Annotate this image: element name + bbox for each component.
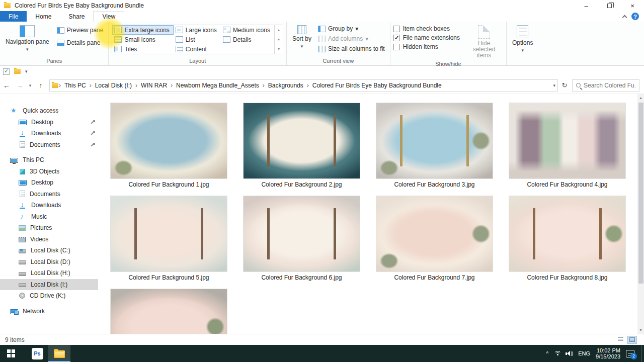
search-input[interactable] xyxy=(584,82,635,89)
sidebar-item[interactable]: Music xyxy=(0,211,98,223)
file-thumbnail xyxy=(110,289,227,334)
file-item[interactable]: Colored Fur Background 1.jpg xyxy=(110,103,227,189)
sidebar-item[interactable]: Documents xyxy=(0,139,98,151)
sidebar-item[interactable]: Local Disk (C:) xyxy=(0,245,98,256)
start-button[interactable] xyxy=(0,345,22,362)
details-view-toggle[interactable] xyxy=(616,336,625,344)
taskbar-explorer-button[interactable] xyxy=(48,345,70,362)
sidebar-item[interactable]: CD Drive (K:) xyxy=(0,290,98,302)
file-item[interactable]: Colored Fur Background 9.jpg xyxy=(110,289,227,334)
recent-locations-icon[interactable]: ▾ xyxy=(26,83,34,88)
sidebar-item[interactable]: 3D Objects xyxy=(0,166,98,177)
file-item[interactable]: Colored Fur Background 3.jpg xyxy=(376,103,493,189)
breadcrumb-item[interactable]: Newborn Mega Bundle_Assets xyxy=(173,82,262,89)
sidebar-item[interactable]: Documents xyxy=(0,189,98,200)
preview-pane-button[interactable]: Preview pane xyxy=(55,26,106,35)
item-check-boxes-option[interactable]: Item check boxes xyxy=(393,25,460,32)
breadcrumb-item[interactable]: This PC xyxy=(61,82,89,89)
group-by-button[interactable]: Group by ▾ xyxy=(316,24,387,33)
collapse-ribbon-icon[interactable] xyxy=(622,15,627,20)
scroll-up-icon[interactable]: ▴ xyxy=(637,94,644,102)
gallery-expand-button[interactable]: ▾ xyxy=(275,44,283,54)
address-dropdown-icon[interactable]: ▾ xyxy=(553,83,555,88)
layout-large-icons[interactable]: Large icons xyxy=(174,25,221,35)
taskbar-photoshop-button[interactable]: Ps xyxy=(26,345,48,362)
tab-home[interactable]: Home xyxy=(27,11,60,22)
notification-center-icon[interactable]: 2 xyxy=(626,350,634,357)
file-item[interactable]: Colored Fur Background 6.jpg xyxy=(243,196,360,282)
scrollbar-thumb[interactable] xyxy=(638,103,643,284)
layout-tiles[interactable]: Tiles xyxy=(112,44,173,54)
sidebar-item[interactable]: Pictures xyxy=(0,222,98,234)
details-pane-button[interactable]: Details pane xyxy=(55,38,106,47)
list-icon xyxy=(176,36,183,43)
file-name-extensions-checkbox[interactable] xyxy=(393,35,400,41)
add-columns-button[interactable]: Add columns ▾ xyxy=(316,34,387,43)
forward-button[interactable]: → xyxy=(13,81,26,89)
breadcrumb-item[interactable]: Backgrounds xyxy=(265,82,306,89)
qat-new-folder-icon[interactable] xyxy=(14,69,21,74)
thumbnail-view-toggle[interactable] xyxy=(627,336,637,344)
language-indicator[interactable]: ENG xyxy=(578,350,590,356)
tab-file[interactable]: File xyxy=(0,11,27,22)
file-name-extensions-option[interactable]: File name extensions xyxy=(393,34,460,41)
layout-details[interactable]: Details xyxy=(221,35,274,44)
hidden-items-checkbox[interactable] xyxy=(393,44,400,50)
gallery-scroll-up[interactable]: ▴ xyxy=(275,25,283,35)
file-item[interactable]: Colored Fur Background 7.jpg xyxy=(376,196,493,282)
sidebar-item[interactable]: Local Disk (D:) xyxy=(0,256,98,268)
details-pane-icon xyxy=(57,40,64,46)
wifi-icon[interactable] xyxy=(554,351,561,356)
sort-by-button[interactable]: Sort by ▾ xyxy=(290,24,314,51)
item-check-boxes-checkbox[interactable] xyxy=(393,26,400,32)
back-button[interactable]: ← xyxy=(0,81,13,89)
breadcrumb-item[interactable]: WIN RAR xyxy=(138,82,170,89)
cd-icon xyxy=(19,293,25,299)
tab-view[interactable]: View xyxy=(93,11,124,22)
up-button[interactable]: ↑ xyxy=(34,81,47,89)
restore-button[interactable] xyxy=(598,0,621,11)
layout-small-icons[interactable]: Small icons xyxy=(112,35,173,44)
navigation-pane-button[interactable]: Navigation pane ▾ xyxy=(3,24,52,54)
refresh-button[interactable]: ↻ xyxy=(558,81,571,89)
sidebar-item[interactable]: Local Disk (H:) xyxy=(0,267,98,279)
file-item[interactable]: Colored Fur Background 8.jpg xyxy=(509,196,626,282)
volume-icon[interactable]: )) xyxy=(567,351,573,356)
sidebar-item[interactable]: Desktop xyxy=(0,117,98,128)
sidebar-item[interactable]: Downloads xyxy=(0,200,98,211)
sidebar-item[interactable]: Local Disk (I:) xyxy=(0,279,98,291)
help-icon[interactable]: ? xyxy=(631,13,639,20)
layout-content[interactable]: Content xyxy=(174,44,221,54)
layout-medium-icons[interactable]: Medium icons xyxy=(221,25,274,35)
hidden-items-option[interactable]: Hidden items xyxy=(393,43,460,50)
sidebar-item[interactable]: This PC xyxy=(0,154,98,166)
options-button[interactable]: Options ▾ xyxy=(510,24,535,55)
address-box[interactable]: › This PC›Local Disk (I:)›WIN RAR›Newbor… xyxy=(49,79,558,92)
file-item[interactable]: Colored Fur Background 2.jpg xyxy=(243,103,360,189)
hide-selected-items-button[interactable]: Hide selected items xyxy=(465,24,503,60)
tab-share[interactable]: Share xyxy=(60,11,93,22)
close-button[interactable]: × xyxy=(621,0,644,11)
file-item[interactable]: Colored Fur Background 5.jpg xyxy=(110,196,227,282)
sidebar-item[interactable]: Desktop xyxy=(0,177,98,189)
breadcrumb-item[interactable]: Local Disk (I:) xyxy=(92,82,135,89)
clock[interactable]: 10:02 PM 9/15/2023 xyxy=(596,347,620,359)
layout-list[interactable]: List xyxy=(174,35,221,44)
file-item[interactable]: Colored Fur Background 4.jpg xyxy=(509,103,626,189)
layout-extra-large-icons[interactable]: Extra large icons xyxy=(112,25,173,35)
size-columns-button[interactable]: Size all columns to fit xyxy=(316,44,387,53)
qat-customize-icon[interactable]: ▾ xyxy=(25,69,28,74)
show-desktop-button[interactable] xyxy=(641,345,644,362)
minimize-button[interactable]: – xyxy=(575,0,598,11)
sidebar-item[interactable]: Quick access xyxy=(0,105,98,117)
gallery-scroll-down[interactable]: ▾ xyxy=(275,35,283,44)
sidebar-item[interactable]: Network xyxy=(0,306,98,317)
qat-properties-icon[interactable] xyxy=(3,68,10,75)
breadcrumb-item[interactable]: Colored Fur Birds Eye Baby Background Bu… xyxy=(309,82,445,89)
vertical-scrollbar[interactable]: ▴ ▾ xyxy=(637,94,644,334)
sidebar-item[interactable]: Videos xyxy=(0,234,98,245)
hidden-icons-chevron-icon[interactable]: ^ xyxy=(546,351,549,356)
file-grid: Colored Fur Background 1.jpg Colored Fur… xyxy=(98,94,637,334)
scroll-down-icon[interactable]: ▾ xyxy=(637,326,644,334)
sidebar-item[interactable]: Downloads xyxy=(0,128,98,139)
